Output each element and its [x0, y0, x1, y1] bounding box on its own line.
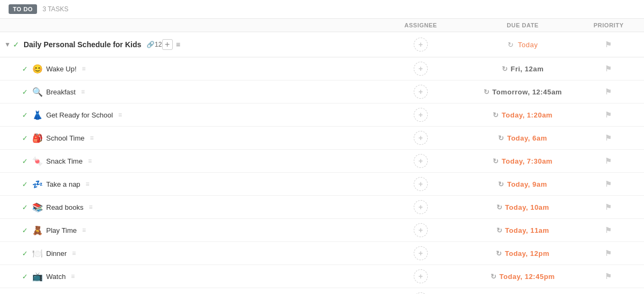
task-assignee-cell: + [378, 131, 464, 145]
task-check-icon[interactable]: ✓ [22, 180, 28, 188]
group-toggle-icon[interactable]: ▼ [4, 41, 11, 48]
task-content: 🍽️ Dinner ≡ [32, 248, 378, 259]
task-content: 📚 Read books ≡ [32, 202, 378, 212]
task-drag-handle[interactable]: ≡ [81, 88, 85, 95]
task-title: Watch [46, 273, 65, 281]
task-drag-handle[interactable]: ≡ [82, 226, 86, 234]
task-avatar[interactable]: + [414, 85, 428, 99]
task-check-icon[interactable]: ✓ [22, 273, 28, 281]
task-due-icon: ↻ [493, 157, 499, 165]
task-due-text: Today, 10am [505, 203, 549, 211]
task-indent: ✓ [0, 203, 32, 211]
task-emoji-icon: 🍽️ [32, 248, 43, 259]
task-drag-handle[interactable]: ≡ [72, 249, 76, 257]
task-check-icon[interactable]: ✓ [22, 203, 28, 211]
task-title: Get Ready for School [46, 111, 113, 119]
task-check-icon[interactable]: ✓ [22, 88, 28, 96]
task-due-text: Today, 6am [507, 134, 547, 142]
task-due-icon: ↻ [496, 203, 503, 211]
task-flag-icon: ⚑ [605, 249, 612, 258]
task-priority-cell: ⚑ [582, 111, 635, 119]
task-assignee-cell: + [378, 223, 464, 237]
task-drag-handle[interactable]: ≡ [86, 180, 90, 188]
task-content: 🍬 Snack Time ≡ [32, 156, 378, 166]
group-link-icon: 🔗 [147, 41, 155, 48]
task-emoji-icon: 🔍 [32, 87, 43, 97]
task-indent: ✓ [0, 88, 32, 96]
task-priority-cell: ⚑ [582, 134, 635, 142]
task-due-icon: ↻ [496, 226, 503, 234]
task-due-icon: ↻ [491, 273, 497, 281]
task-content: 📺 Watch ≡ [32, 271, 378, 282]
task-drag-handle[interactable]: ≡ [71, 273, 75, 280]
task-assignee-cell: + [378, 246, 464, 260]
task-indent: ✓ [0, 273, 32, 281]
task-priority-cell: ⚑ [582, 272, 635, 281]
col-duedate-header: DUE DATE [464, 22, 582, 28]
task-assignee-cell: + [378, 177, 464, 191]
task-check-icon[interactable]: ✓ [22, 249, 28, 258]
task-row: ✓ 🧸 Play Time ≡ + ↻ Today, 11am ⚑ [0, 219, 644, 242]
task-drag-handle[interactable]: ≡ [82, 65, 86, 72]
task-avatar[interactable]: + [414, 200, 428, 214]
task-due-icon: ↻ [498, 134, 504, 142]
task-check-icon[interactable]: ✓ [22, 65, 28, 73]
task-due-text: Today, 11am [505, 226, 549, 234]
task-indent: ✓ [0, 65, 32, 73]
task-due-icon: ↻ [498, 180, 504, 188]
column-headers: ASSIGNEE DUE DATE PRIORITY [0, 19, 644, 32]
task-content: 😊 Wake Up! ≡ [32, 64, 378, 74]
task-drag-handle[interactable]: ≡ [89, 203, 92, 211]
task-drag-handle[interactable]: ≡ [90, 134, 94, 142]
task-title: Play Time [46, 226, 77, 234]
task-row: ✓ 🔍 Breakfast ≡ + ↻ Tomorrow, 12:45am ⚑ [0, 80, 644, 104]
task-flag-icon: ⚑ [605, 180, 612, 188]
task-priority-cell: ⚑ [582, 249, 635, 258]
task-emoji-icon: 🧸 [32, 225, 43, 236]
group-check-icon[interactable]: ✓ [13, 40, 19, 49]
task-indent: ✓ [0, 226, 32, 234]
task-indent: ✓ [0, 134, 32, 142]
task-avatar[interactable]: + [414, 177, 428, 191]
task-emoji-icon: 🍬 [32, 156, 43, 166]
group-add-button[interactable]: + [162, 39, 173, 50]
task-flag-icon: ⚑ [605, 134, 612, 142]
task-check-icon[interactable]: ✓ [22, 111, 28, 119]
task-content: 💤 Take a nap ≡ [32, 179, 378, 189]
task-drag-handle[interactable]: ≡ [88, 157, 92, 165]
task-emoji-icon: 💤 [32, 179, 43, 189]
task-due-icon: ↻ [496, 249, 502, 258]
group-title: Daily Personal Schedule for Kids [24, 40, 141, 49]
task-content: 🧸 Play Time ≡ [32, 225, 378, 236]
group-avatar[interactable]: + [414, 38, 428, 52]
task-avatar[interactable]: + [414, 246, 428, 260]
header-row: TO DO 3 TASKS [0, 0, 644, 19]
task-duedate-cell: ↻ Today, 6am [464, 134, 582, 142]
task-check-icon[interactable]: ✓ [22, 157, 28, 165]
task-check-icon[interactable]: ✓ [22, 134, 28, 142]
task-duedate-cell: ↻ Today, 12pm [464, 249, 582, 258]
task-drag-handle[interactable]: ≡ [118, 111, 122, 119]
task-title: Snack Time [46, 157, 83, 165]
task-priority-cell: ⚑ [582, 203, 635, 211]
task-avatar[interactable]: + [414, 131, 428, 145]
task-row: ✓ 😊 Wake Up! ≡ + ↻ Fri, 12am ⚑ [0, 57, 644, 80]
task-emoji-icon: 👗 [32, 110, 43, 120]
task-avatar[interactable]: + [414, 269, 428, 283]
task-avatar[interactable]: + [414, 108, 428, 122]
task-flag-icon: ⚑ [605, 203, 612, 211]
task-duedate-cell: ↻ Today, 12:45pm [464, 273, 582, 281]
task-avatar[interactable]: + [414, 62, 428, 76]
task-avatar[interactable]: + [414, 223, 428, 237]
task-flag-icon: ⚑ [605, 64, 612, 73]
task-duedate-cell: ↻ Today, 9am [464, 180, 582, 188]
task-priority-cell: ⚑ [582, 87, 635, 96]
task-check-icon[interactable]: ✓ [22, 226, 28, 234]
task-row: ✓ 🍬 Snack Time ≡ + ↻ Today, 7:30am ⚑ [0, 150, 644, 173]
task-emoji-icon: 📚 [32, 202, 43, 212]
group-menu-button[interactable]: ≡ [176, 40, 180, 49]
task-title: Read books [46, 203, 83, 211]
task-avatar[interactable]: + [414, 154, 428, 168]
group-due-text: Today [518, 41, 538, 49]
task-assignee-cell: + [378, 269, 464, 283]
